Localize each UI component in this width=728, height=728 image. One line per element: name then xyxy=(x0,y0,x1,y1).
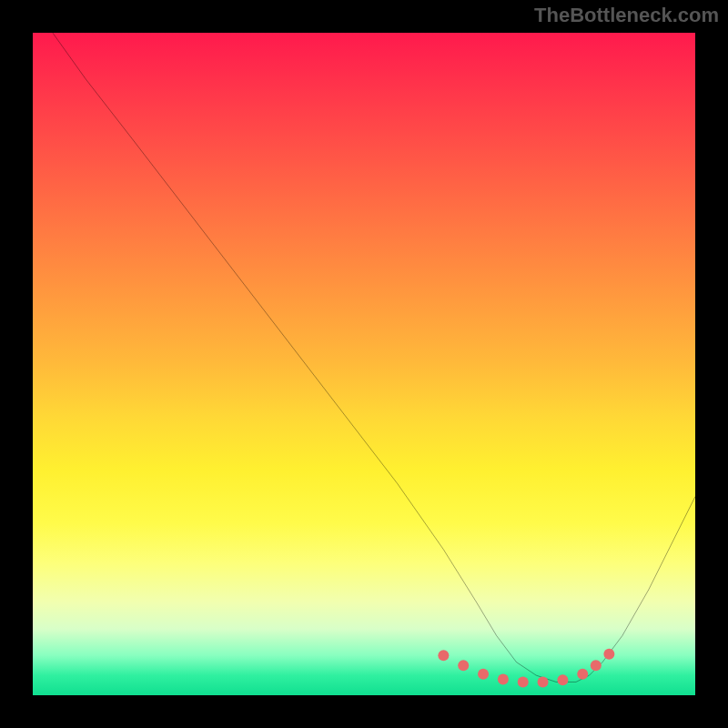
sweet-spot-marker xyxy=(557,674,568,685)
sweet-spot-marker xyxy=(603,649,614,660)
sweet-spot-marker xyxy=(478,669,489,680)
sweet-spot-marker xyxy=(577,669,588,680)
main-curve-line xyxy=(53,33,695,682)
sweet-spot-markers xyxy=(438,649,614,688)
chart-container: TheBottleneck.com xyxy=(0,0,728,728)
sweet-spot-marker xyxy=(458,660,469,671)
sweet-spot-marker xyxy=(498,674,509,685)
sweet-spot-marker xyxy=(538,676,549,687)
sweet-spot-marker xyxy=(591,660,602,671)
sweet-spot-marker xyxy=(518,676,529,687)
plot-area xyxy=(33,33,695,695)
watermark-label: TheBottleneck.com xyxy=(534,4,719,27)
sweet-spot-marker xyxy=(438,650,449,661)
curve-layer xyxy=(33,33,695,695)
